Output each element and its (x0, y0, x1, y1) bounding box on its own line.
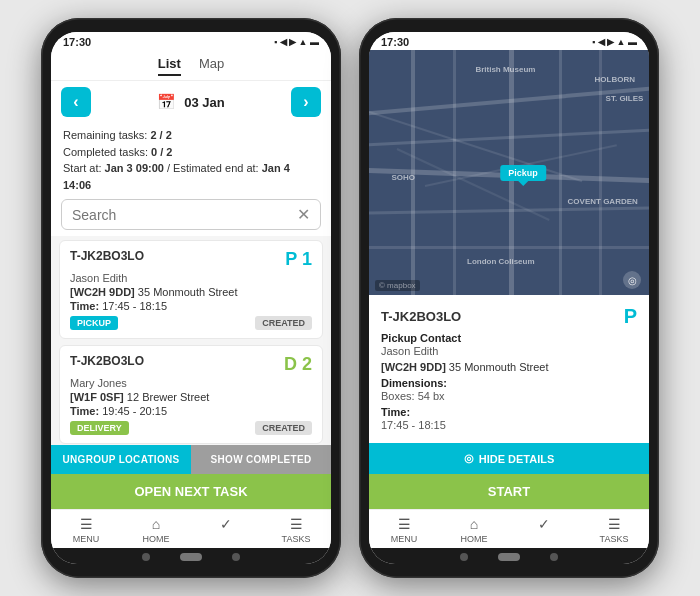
nav-check-2[interactable]: ✓ (509, 516, 579, 544)
nav-indicator-right-1 (232, 553, 240, 561)
tasks-icon-2: ☰ (608, 516, 621, 532)
detail-pickup-section: Pickup Contact (381, 332, 637, 344)
task-id-1: T-JK2BO3LO (70, 249, 144, 263)
current-date: 03 Jan (184, 95, 224, 110)
ungroup-locations-button[interactable]: UNGROUP LOCATIONS (51, 445, 191, 474)
nav-indicator-left-1 (142, 553, 150, 561)
check-icon-2: ✓ (538, 516, 550, 532)
time-range: Start at: Jan 3 09:00 / Estimated end at… (63, 160, 319, 193)
search-bar[interactable]: ✕ (61, 199, 321, 230)
show-completed-button[interactable]: SHOW COMPLETED (191, 445, 331, 474)
task-time-2: Time: 19:45 - 20:15 (70, 405, 312, 417)
map-label-coliseum: London Coliseum (467, 257, 535, 266)
date-center: 📅 03 Jan (157, 93, 224, 111)
task-id-2: T-JK2BO3LO (70, 354, 144, 368)
task-priority-2: D 2 (284, 354, 312, 375)
nav-home-1[interactable]: ⌂ HOME (121, 516, 191, 544)
bottom-bar-1 (51, 548, 331, 564)
nav-menu-1[interactable]: ☰ MENU (51, 516, 121, 544)
task-time-1: Time: 17:45 - 18:15 (70, 300, 312, 312)
detail-time: 17:45 - 18:15 (381, 419, 637, 431)
nav-indicator-right-2 (550, 553, 558, 561)
hide-details-button[interactable]: ◎ HIDE DETAILS (369, 443, 649, 474)
task-card-2[interactable]: T-JK2BO3LO D 2 Mary Jones [W1F 0SF] 12 B… (59, 345, 323, 444)
hide-details-label: HIDE DETAILS (479, 453, 555, 465)
date-nav: ‹ 📅 03 Jan › (51, 81, 331, 123)
home-label-2: HOME (461, 534, 488, 544)
pickup-pin: Pickup (500, 165, 546, 181)
map-label-museum: British Museum (475, 65, 535, 74)
nav-check-1[interactable]: ✓ (191, 516, 261, 544)
task-address-1: [WC2H 9DD] 35 Monmouth Street (70, 286, 312, 298)
task-footer-1: PICKUP CREATED (70, 316, 312, 330)
detail-address: [WC2H 9DD] 35 Monmouth Street (381, 361, 637, 373)
detail-header: T-JK2BO3LO P (381, 305, 637, 328)
menu-icon-1: ☰ (80, 516, 93, 532)
nav-tasks-2[interactable]: ☰ TASKS (579, 516, 649, 544)
calendar-icon: 📅 (157, 93, 176, 111)
tasks-label-1: TASKS (282, 534, 311, 544)
badge-pickup-1: PICKUP (70, 316, 118, 330)
badge-delivery-2: DELIVERY (70, 421, 129, 435)
status-icons-2: ▪ ◀ ▶ ▲ ▬ (592, 37, 637, 47)
nav-indicator-home-2 (498, 553, 520, 561)
tasks-label-2: TASKS (600, 534, 629, 544)
phone2-screen: 17:30 ▪ ◀ ▶ ▲ ▬ (369, 32, 649, 564)
detail-contact-name: Jason Edith (381, 345, 637, 357)
home-icon-2: ⌂ (470, 516, 478, 532)
detail-street: 35 Monmouth Street (449, 361, 549, 373)
open-next-task-button[interactable]: OPEN NEXT TASK (51, 474, 331, 509)
detail-time-section: Time: (381, 406, 637, 418)
search-clear-icon[interactable]: ✕ (297, 205, 310, 224)
detail-dimensions-section: Dimensions: (381, 377, 637, 389)
task-footer-2: DELIVERY CREATED (70, 421, 312, 435)
bottom-nav-2: ☰ MENU ⌂ HOME ✓ ☰ TASKS (369, 509, 649, 548)
start-button[interactable]: START (369, 474, 649, 509)
tab-map[interactable]: Map (199, 56, 224, 76)
home-label-1: HOME (143, 534, 170, 544)
map-label-soho: SOHO (391, 173, 415, 182)
map-label-stgiles: ST. GILES (606, 94, 644, 103)
task-name-2: Mary Jones (70, 377, 312, 389)
phone1-screen: 17:30 ▪ ◀ ▶ ▲ ▬ List Map ‹ 📅 03 Jan › (51, 32, 331, 564)
status-bar-2: 17:30 ▪ ◀ ▶ ▲ ▬ (369, 32, 649, 50)
tab-list[interactable]: List (158, 56, 181, 76)
map-container[interactable]: British Museum HOLBORN ST. GILES SOHO CO… (369, 50, 649, 295)
task-name-1: Jason Edith (70, 272, 312, 284)
nav-indicator-left-2 (460, 553, 468, 561)
nav-menu-2[interactable]: ☰ MENU (369, 516, 439, 544)
badge-created-2: CREATED (255, 421, 312, 435)
menu-icon-2: ☰ (398, 516, 411, 532)
detail-dimensions: Boxes: 54 bx (381, 390, 637, 402)
remaining-tasks: Remaining tasks: 2 / 2 (63, 127, 319, 144)
completed-tasks: Completed tasks: 0 / 2 (63, 144, 319, 161)
status-bar-1: 17:30 ▪ ◀ ▶ ▲ ▬ (51, 32, 331, 50)
next-date-button[interactable]: › (291, 87, 321, 117)
task-card-2-header: T-JK2BO3LO D 2 (70, 354, 312, 375)
home-icon-1: ⌂ (152, 516, 160, 532)
nav-home-2[interactable]: ⌂ HOME (439, 516, 509, 544)
map-label-covent: COVENT GARDEN (568, 197, 638, 206)
detail-id: T-JK2BO3LO (381, 309, 461, 324)
time-1: 17:30 (63, 36, 91, 48)
mapbox-credit: © mapbox (375, 280, 420, 291)
task-address-2: [W1F 0SF] 12 Brewer Street (70, 391, 312, 403)
menu-label-2: MENU (391, 534, 418, 544)
detail-priority: P (624, 305, 637, 328)
prev-date-button[interactable]: ‹ (61, 87, 91, 117)
tabs-1: List Map (51, 50, 331, 81)
task-priority-1: P 1 (285, 249, 312, 270)
time-2: 17:30 (381, 36, 409, 48)
status-icons-1: ▪ ◀ ▶ ▲ ▬ (274, 37, 319, 47)
detail-postcode: WC2H 9DD (385, 361, 442, 373)
search-input[interactable] (72, 207, 297, 223)
bottom-bar-2 (369, 548, 649, 564)
bottom-nav-1: ☰ MENU ⌂ HOME ✓ ☰ TASKS (51, 509, 331, 548)
task-card-1-header: T-JK2BO3LO P 1 (70, 249, 312, 270)
task-card-1[interactable]: T-JK2BO3LO P 1 Jason Edith [WC2H 9DD] 35… (59, 240, 323, 339)
phone-map: 17:30 ▪ ◀ ▶ ▲ ▬ (359, 18, 659, 578)
menu-label-1: MENU (73, 534, 100, 544)
nav-tasks-1[interactable]: ☰ TASKS (261, 516, 331, 544)
hide-details-icon: ◎ (464, 452, 474, 465)
detail-panel: T-JK2BO3LO P Pickup Contact Jason Edith … (369, 295, 649, 443)
